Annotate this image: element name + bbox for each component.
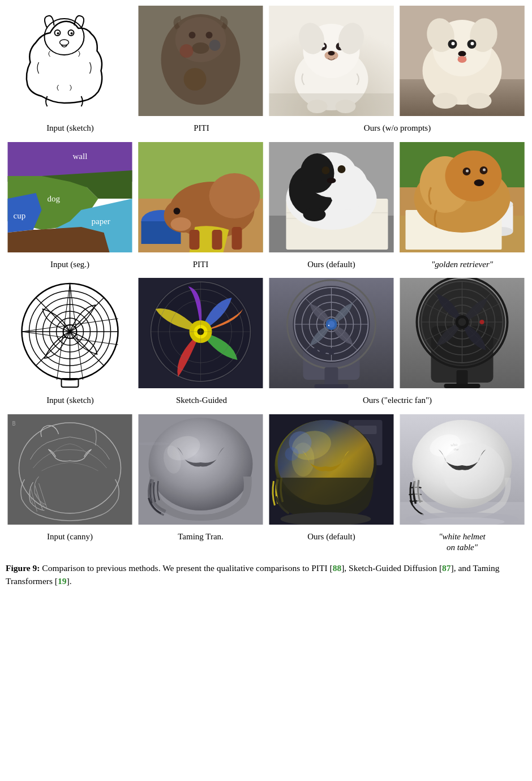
- caption-ref2: 87: [442, 563, 451, 573]
- figure-caption: Figure 9: Comparison to previous methods…: [6, 561, 526, 588]
- label-row4-taming: Taming Tran.: [136, 529, 265, 556]
- svg-point-147: [311, 348, 318, 355]
- svg-point-45: [467, 93, 492, 109]
- svg-point-62: [209, 173, 260, 218]
- svg-rect-169: [444, 384, 480, 388]
- label-row4-ours: Ours (default): [267, 529, 396, 556]
- svg-point-14: [209, 40, 221, 51]
- svg-text:paper: paper: [92, 217, 110, 226]
- label-row2-piti: PITI: [136, 257, 265, 273]
- image-row-4: B: [6, 414, 526, 527]
- svg-point-41: [471, 42, 474, 45]
- svg-text:dog: dog: [48, 194, 61, 203]
- image-cell-fan-ours2: [398, 278, 526, 390]
- svg-rect-146: [315, 384, 349, 388]
- label-row3-sketch-guided: Sketch-Guided: [137, 393, 266, 409]
- svg-point-13: [180, 44, 194, 58]
- label-row4-white-helmet: "white helmeton table": [398, 529, 526, 556]
- svg-point-101: [474, 179, 484, 186]
- svg-point-165: [480, 320, 484, 324]
- label-row4-input: Input (canny): [6, 529, 134, 556]
- image-row-2: wall dog cup paper: [6, 142, 526, 255]
- svg-point-4: [57, 32, 59, 35]
- svg-point-42: [458, 51, 466, 57]
- image-cell-seg-input: wall dog cup paper: [6, 142, 134, 255]
- svg-point-82: [338, 165, 346, 173]
- svg-rect-30: [269, 93, 394, 116]
- image-cell-helmet-canny: B: [6, 414, 134, 527]
- image-cell-sketch-dog: [6, 6, 134, 118]
- svg-point-44: [433, 93, 458, 109]
- image-row-3: •: [6, 278, 526, 390]
- caption-text4: ].: [67, 576, 72, 586]
- svg-point-5: [71, 32, 73, 35]
- image-cell-fan-sketch: [6, 278, 134, 390]
- svg-text:•: •: [328, 323, 330, 328]
- svg-point-80: [301, 153, 334, 193]
- svg-point-149: [328, 348, 335, 355]
- svg-point-11: [206, 32, 213, 38]
- figure-container: Input (sketch) PITI Ours (w/o prompts): [6, 6, 526, 587]
- image-cell-taming-helmet: [136, 414, 265, 527]
- svg-point-12: [192, 42, 209, 54]
- image-cell-helmet-ours: [267, 414, 396, 527]
- image-cell-golden-retriever: [398, 142, 526, 255]
- svg-point-83: [327, 178, 336, 183]
- svg-point-96: [445, 151, 502, 201]
- caption-ref1: 88: [333, 563, 342, 573]
- svg-point-43: [458, 56, 467, 63]
- svg-point-10: [189, 32, 196, 38]
- label-row2-ours: Ours (default): [267, 257, 396, 273]
- svg-point-84: [303, 208, 326, 221]
- label-row3-input: Input (sketch): [6, 393, 135, 409]
- svg-point-40: [452, 42, 455, 45]
- label-row1-piti: PITI: [137, 121, 266, 136]
- image-cell-sketch-guided: [136, 278, 265, 390]
- image-cell-ours-dog3: [267, 142, 396, 255]
- svg-rect-180: [139, 414, 263, 525]
- svg-point-191: [285, 447, 299, 461]
- svg-text:B: B: [12, 420, 16, 427]
- svg-point-65: [171, 217, 191, 231]
- svg-point-81: [322, 166, 330, 174]
- image-cell-piti-dog2: [136, 142, 265, 255]
- svg-point-148: [320, 348, 327, 355]
- caption-figure-label: Figure 9:: [6, 563, 40, 573]
- svg-point-99: [466, 169, 469, 172]
- svg-point-15: [184, 68, 207, 91]
- label-row1-input: Input (sketch): [6, 121, 135, 136]
- label-row3-ours: Ours ("electric fan"): [268, 393, 526, 409]
- svg-rect-66: [190, 230, 200, 250]
- svg-rect-145: [325, 367, 338, 387]
- svg-rect-168: [457, 370, 468, 386]
- label-row2-golden: "golden retriever": [398, 257, 526, 273]
- svg-point-100: [483, 168, 486, 171]
- image-cell-helmet-white: who the: [398, 414, 526, 527]
- svg-rect-170: [8, 414, 132, 525]
- caption-text1: Comparison to previous methods. We prese…: [42, 563, 332, 573]
- svg-point-25: [328, 51, 335, 55]
- label-row1-ours: Ours (w/o prompts): [268, 121, 526, 136]
- image-cell-piti-dog: [136, 6, 265, 118]
- svg-point-85: [336, 209, 361, 224]
- svg-rect-68: [232, 227, 242, 250]
- image-cell-ours-dog2: [398, 6, 526, 118]
- svg-text:cup: cup: [14, 211, 26, 220]
- svg-rect-67: [212, 230, 222, 250]
- caption-ref3: 19: [58, 576, 67, 586]
- image-cell-fan-ours1: •: [267, 278, 396, 390]
- image-row-1: [6, 6, 526, 118]
- image-cell-ours-dog1: [267, 6, 396, 118]
- label-row2-input: Input (seg.): [6, 257, 134, 273]
- caption-text2: ], Sketch-Guided Diffu­sion [: [341, 563, 442, 573]
- svg-text:wall: wall: [73, 152, 88, 161]
- svg-point-64: [174, 208, 181, 214]
- svg-point-167: [458, 318, 466, 326]
